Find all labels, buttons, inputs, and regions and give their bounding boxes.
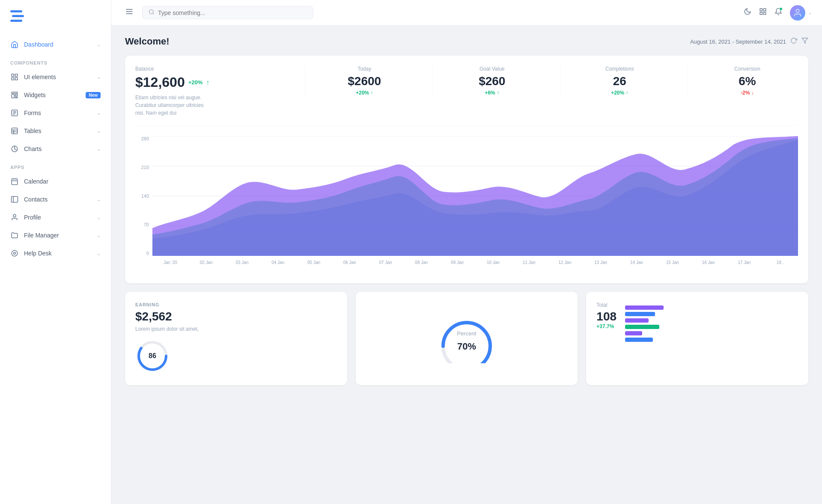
- donut-chart: 86: [135, 339, 170, 375]
- svg-point-32: [149, 10, 153, 14]
- sidebar: Dashboard ⌄ Components UI elements ⌄ Wid…: [0, 0, 111, 504]
- svg-rect-5: [12, 78, 14, 80]
- x-label: 05 Jan: [296, 260, 332, 265]
- logo-icon: [10, 9, 26, 26]
- conversion-label: Conversion: [697, 66, 798, 72]
- svg-point-27: [12, 250, 18, 256]
- sidebar-item-label: UI elements: [24, 74, 56, 80]
- avatar-chevron-icon: ⌄: [808, 10, 812, 15]
- x-label: 10 Jan: [475, 260, 511, 265]
- completions-value: 26: [569, 74, 670, 88]
- chevron-icon: ⌄: [97, 74, 101, 80]
- tables-icon: [10, 127, 19, 135]
- chart-y-labels: 280 210 140 70 0: [135, 136, 152, 256]
- total-card: Total 108 +37.7%: [586, 292, 808, 385]
- svg-rect-15: [12, 128, 18, 134]
- bar-segment: [625, 331, 642, 335]
- notification-icon[interactable]: [774, 8, 782, 18]
- chart-svg-wrapper: [152, 136, 798, 256]
- x-label: 09 Jan: [439, 260, 475, 265]
- earning-card: EARNING $2,562 Lorem ipsum dolor sit ame…: [125, 292, 347, 385]
- charts-icon: [10, 145, 19, 153]
- x-label: 17 Jan: [727, 260, 762, 265]
- mini-bar-chart: [625, 305, 798, 342]
- area-chart-svg: [152, 136, 798, 256]
- total-value: 108: [596, 310, 616, 323]
- balance-stat: Balance $12,600 +20% ↑ Etiam ultricies n…: [135, 66, 288, 117]
- sidebar-item-dashboard[interactable]: Dashboard ⌄: [0, 36, 111, 53]
- svg-point-38: [796, 9, 799, 12]
- earning-value: $2,562: [135, 310, 337, 323]
- sidebar-item-file-manager[interactable]: File Manager ⌄: [0, 226, 111, 244]
- svg-point-28: [14, 252, 16, 255]
- bar-segment: [625, 338, 653, 342]
- page-title: Welcome!: [125, 36, 170, 47]
- sidebar-item-tables[interactable]: Tables ⌄: [0, 122, 111, 140]
- svg-rect-9: [15, 95, 18, 96]
- sidebar-item-label: Contacts: [24, 196, 48, 203]
- menu-icon[interactable]: [122, 6, 137, 20]
- x-label: 14 Jan: [619, 260, 655, 265]
- sidebar-item-charts[interactable]: Charts ⌄: [0, 140, 111, 158]
- contacts-icon: [10, 195, 19, 204]
- today-value: $2600: [314, 74, 415, 88]
- grid-icon[interactable]: [759, 8, 767, 18]
- x-label: 16 Jan: [691, 260, 727, 265]
- sidebar-item-help-desk[interactable]: Help Desk ⌄: [0, 244, 111, 262]
- forms-icon: [10, 109, 19, 117]
- svg-text:86: 86: [149, 352, 156, 359]
- total-info: Total 108 +37.7%: [596, 302, 616, 329]
- today-label: Today: [314, 66, 415, 72]
- sidebar-item-contacts[interactable]: Contacts ⌄: [0, 190, 111, 208]
- sidebar-item-label: Help Desk: [24, 250, 52, 257]
- bar-row: [625, 312, 798, 316]
- sidebar-item-label: Widgets: [24, 92, 46, 98]
- date-range-text: August 16, 2021 - September 14, 2021: [690, 39, 786, 45]
- filter-icon[interactable]: [801, 37, 808, 46]
- page-content: Welcome! August 16, 2021 - September 14,…: [111, 26, 822, 504]
- sidebar-item-widgets[interactable]: Widgets New: [0, 86, 111, 104]
- user-avatar-wrap[interactable]: ⌄: [790, 5, 812, 21]
- balance-desc: Etiam ultricies nisi vel augue. Curabitu…: [135, 94, 212, 117]
- svg-marker-39: [802, 38, 807, 43]
- bar-row: [625, 338, 798, 342]
- chevron-icon: ⌄: [97, 146, 101, 152]
- svg-rect-20: [12, 179, 18, 185]
- conversion-change: -2% ↓: [697, 90, 798, 96]
- y-label-0: 0: [146, 251, 149, 256]
- svg-line-33: [153, 13, 154, 15]
- y-label-210: 210: [141, 165, 149, 170]
- percent-card: Percent 70%: [356, 292, 578, 385]
- conversion-stat: Conversion 6% -2% ↓: [688, 66, 798, 96]
- balance-change: +20%: [188, 79, 203, 86]
- search-bar[interactable]: [142, 6, 313, 19]
- x-label: 04 Jan: [260, 260, 296, 265]
- sidebar-item-label: Dashboard: [24, 41, 54, 48]
- earning-label: EARNING: [135, 302, 337, 307]
- x-label: 06 Jan: [332, 260, 368, 265]
- total-label: Total: [596, 302, 616, 308]
- sidebar-item-calendar[interactable]: Calendar: [0, 172, 111, 190]
- search-input[interactable]: [158, 9, 307, 16]
- chevron-icon: ⌄: [97, 251, 101, 256]
- sidebar-item-forms[interactable]: Forms ⌄: [0, 104, 111, 122]
- x-label: 08 Jan: [403, 260, 439, 265]
- sidebar-item-ui-elements[interactable]: UI elements ⌄: [0, 68, 111, 86]
- x-label: 03 Jan: [224, 260, 260, 265]
- apps-section-label: Apps: [0, 158, 111, 172]
- calendar-icon: [10, 177, 19, 186]
- dark-mode-icon[interactable]: [744, 8, 751, 18]
- ui-elements-icon: [10, 73, 19, 81]
- refresh-icon[interactable]: [790, 37, 797, 46]
- sidebar-item-label: Calendar: [24, 178, 48, 185]
- main-chart-card: Balance $12,600 +20% ↑ Etiam ultricies n…: [125, 56, 808, 283]
- circle-chart-wrap: 86: [135, 339, 337, 375]
- home-icon: [10, 40, 19, 49]
- area-chart: 280 210 140 70 0: [135, 136, 798, 273]
- chevron-icon: ⌄: [97, 197, 101, 202]
- bar-row: [625, 325, 798, 329]
- sidebar-item-label: Charts: [24, 145, 42, 152]
- sidebar-item-profile[interactable]: Profile ⌄: [0, 208, 111, 226]
- svg-rect-3: [12, 74, 14, 76]
- search-icon: [149, 9, 155, 16]
